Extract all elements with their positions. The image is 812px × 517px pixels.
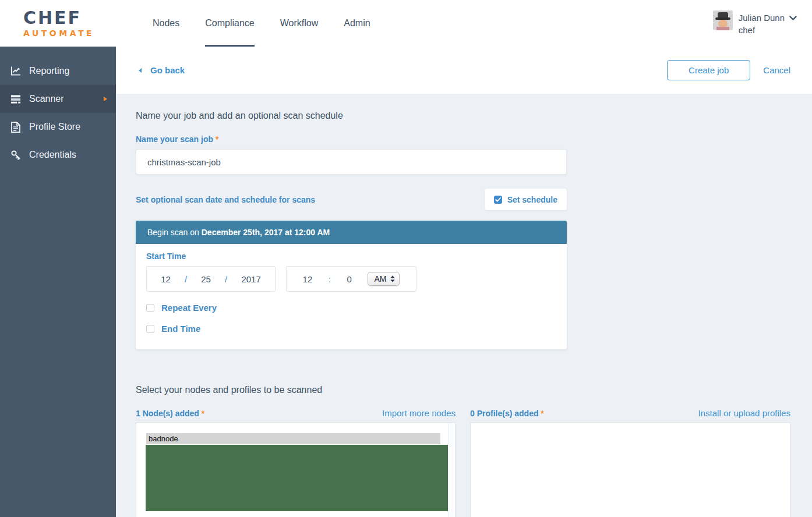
profiles-column: 0 Profile(s) added * Install or upload p…	[470, 408, 790, 517]
date-month-value[interactable]: 12	[161, 274, 171, 284]
repeat-every-row[interactable]: Repeat Every	[146, 303, 556, 313]
user-menu[interactable]: Julian Dunn chef	[713, 10, 797, 36]
sidebar-item-label: Reporting	[29, 66, 69, 76]
start-time-field[interactable]: 12 : 0 AM	[286, 266, 416, 292]
create-job-button[interactable]: Create job	[667, 60, 750, 80]
set-schedule-checkbox[interactable]	[494, 196, 502, 204]
selection-section-title: Select your nodes and profiles to be sca…	[136, 385, 812, 395]
sidebar-item-scanner[interactable]: Scanner	[0, 85, 116, 113]
schedule-banner: Begin scan onDecember 25th, 2017 at 12:0…	[136, 221, 567, 244]
schedule-card: Begin scan onDecember 25th, 2017 at 12:0…	[136, 221, 567, 349]
main-content: Name your job and add an optional scan s…	[116, 94, 812, 517]
page-toolbar: Go back Create job Cancel	[116, 47, 812, 94]
sidebar-item-profile-store[interactable]: Profile Store	[0, 113, 116, 141]
nodes-scrollbar[interactable]	[448, 423, 455, 517]
nav-tab-admin[interactable]: Admin	[331, 0, 383, 47]
list-bars-icon	[10, 94, 21, 104]
document-icon	[10, 122, 21, 132]
schedule-banner-datetime: December 25th, 2017 at 12:00 AM	[202, 228, 330, 237]
name-scan-job-label: Name your scan job *	[136, 134, 812, 144]
avatar	[713, 10, 733, 30]
set-schedule-toggle[interactable]: Set schedule	[485, 189, 567, 210]
caret-right-icon	[103, 96, 108, 102]
job-section-title: Name your job and add an optional scan s…	[136, 111, 812, 121]
install-upload-profiles-link[interactable]: Install or upload profiles	[698, 408, 790, 418]
top-header: CHEF AUTOMATE Nodes Compliance Workflow …	[0, 0, 812, 47]
sidebar-item-reporting[interactable]: Reporting	[0, 57, 116, 85]
node-selection-highlight	[146, 445, 448, 511]
main-nav: Nodes Compliance Workflow Admin	[140, 0, 383, 47]
key-icon	[10, 150, 21, 160]
nodes-list-box[interactable]: badnode	[136, 422, 456, 517]
profiles-list-box[interactable]	[470, 422, 790, 517]
date-year-value[interactable]: 2017	[241, 274, 260, 284]
start-date-field[interactable]: 12 / 25 / 2017	[146, 266, 276, 292]
required-asterisk: *	[216, 134, 218, 144]
sidebar-item-label: Profile Store	[29, 122, 80, 132]
cancel-link[interactable]: Cancel	[763, 65, 790, 75]
chevron-down-icon[interactable]	[789, 16, 797, 21]
go-back-link[interactable]: Go back	[138, 65, 185, 75]
chef-automate-app: CHEF AUTOMATE Nodes Compliance Workflow …	[0, 0, 812, 517]
repeat-every-label: Repeat Every	[161, 303, 217, 313]
set-schedule-label: Set schedule	[507, 195, 557, 204]
nav-tab-compliance[interactable]: Compliance	[192, 0, 267, 47]
nodes-column: 1 Node(s) added * Import more nodes badn…	[136, 408, 456, 517]
sidebar-item-label: Credentials	[29, 150, 76, 160]
start-time-label: Start Time	[146, 252, 556, 261]
logo-automate-text: AUTOMATE	[23, 29, 116, 38]
scan-job-name-input[interactable]	[136, 149, 567, 175]
profiles-count-label: 0 Profile(s) added *	[470, 409, 544, 418]
time-minute-value[interactable]: 0	[347, 274, 352, 284]
schedule-section-label: Set optional scan date and schedule for …	[136, 195, 315, 204]
repeat-every-checkbox[interactable]	[146, 304, 154, 312]
chef-automate-logo[interactable]: CHEF AUTOMATE	[0, 9, 116, 38]
nav-tab-nodes[interactable]: Nodes	[140, 0, 192, 47]
nav-tab-workflow[interactable]: Workflow	[267, 0, 331, 47]
end-time-label: End Time	[161, 324, 200, 334]
user-org: chef	[739, 24, 797, 36]
nodes-count-label: 1 Node(s) added *	[136, 409, 204, 418]
end-time-row[interactable]: End Time	[146, 324, 556, 334]
end-time-checkbox[interactable]	[146, 325, 154, 333]
line-chart-icon	[10, 66, 21, 76]
logo-chef-text: CHEF	[23, 9, 116, 27]
sidebar: Reporting Scanner Profile Store Credenti…	[0, 47, 116, 517]
back-caret-icon	[138, 68, 142, 73]
select-stepper-icon	[390, 275, 395, 282]
meridiem-select[interactable]: AM	[368, 272, 400, 286]
user-name: Julian Dunn	[739, 12, 785, 24]
import-more-nodes-link[interactable]: Import more nodes	[382, 408, 456, 418]
time-hour-value[interactable]: 12	[303, 274, 313, 284]
node-list-item-selected[interactable]: badnode	[146, 433, 440, 444]
sidebar-item-label: Scanner	[29, 94, 64, 104]
sidebar-item-credentials[interactable]: Credentials	[0, 141, 116, 169]
date-day-value[interactable]: 25	[201, 274, 211, 284]
